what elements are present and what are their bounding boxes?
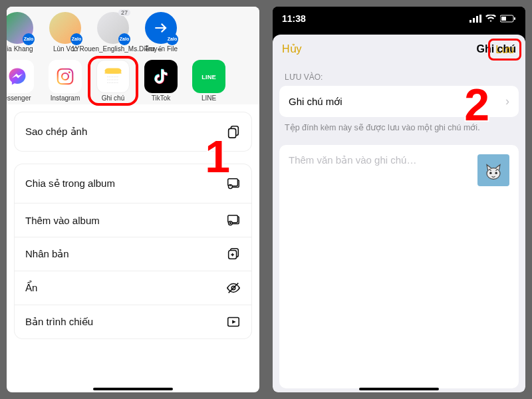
action-duplicate[interactable]: Nhân bản <box>15 237 251 271</box>
svg-rect-30 <box>514 17 515 20</box>
svg-rect-29 <box>501 17 506 21</box>
share-app-notes[interactable]: Ghi chú <box>92 60 134 102</box>
modal-sheet-area: Hủy Ghi chú Lưu LƯU VÀO: Ghi chú mới › T… <box>273 31 525 392</box>
destination-folder-row[interactable]: Ghi chú mới › <box>279 86 519 117</box>
avatar: Zalo <box>7 12 33 44</box>
wifi-icon <box>485 15 496 23</box>
duplicate-icon <box>226 247 241 261</box>
slideshow-icon <box>226 315 241 329</box>
status-bar: 11:38 <box>273 7 525 31</box>
avatar: 27 Zalo <box>97 12 129 44</box>
contact-label: Truyền File <box>144 45 178 53</box>
share-app-line[interactable]: LINE LINE <box>188 60 230 102</box>
action-slideshow[interactable]: Bản trình chiếu <box>15 305 251 338</box>
share-contacts-row: Zalo Gia Khang Zalo Lùn Vcc 27 Zalo 1YRo… <box>7 7 259 56</box>
sheet-header: Hủy Ghi chú Lưu <box>273 35 525 63</box>
action-share-album[interactable]: Chia sẻ trong album <box>15 164 251 203</box>
notes-compose-sheet: Hủy Ghi chú Lưu LƯU VÀO: Ghi chú mới › T… <box>273 35 525 392</box>
share-actions-list: Chia sẻ trong album Thêm vào album Nhân … <box>15 164 251 338</box>
share-app-messenger[interactable]: essenger <box>7 60 39 102</box>
svg-text:LINE: LINE <box>201 73 215 80</box>
app-label: TikTok <box>152 94 171 102</box>
share-actions-list: Sao chép ảnh <box>15 112 251 151</box>
avatar: Zalo <box>145 12 177 44</box>
arrow-right-icon <box>152 19 170 37</box>
svg-rect-5 <box>105 72 122 73</box>
home-indicator[interactable] <box>359 388 439 390</box>
cat-image-icon <box>480 157 507 184</box>
contact-label: Gia Khang <box>7 45 33 53</box>
svg-rect-26 <box>476 16 478 23</box>
svg-point-34 <box>495 172 497 174</box>
status-time: 11:38 <box>282 13 306 24</box>
share-app-tiktok[interactable]: TikTok <box>140 60 182 102</box>
action-label: Thêm vào album <box>25 215 100 226</box>
line-icon: LINE <box>192 60 225 93</box>
action-label: Sao chép ảnh <box>25 126 87 138</box>
attachment-thumbnail[interactable] <box>477 154 509 186</box>
action-add-album[interactable]: Thêm vào album <box>15 203 251 237</box>
notes-save-screen: 11:38 Hủy Ghi chú Lưu LƯU VÀO: Ghi chú m… <box>273 7 525 392</box>
zalo-badge-icon: Zalo <box>70 33 82 45</box>
svg-point-33 <box>489 172 491 174</box>
app-label: LINE <box>201 94 216 102</box>
action-label: Nhân bản <box>25 248 69 260</box>
action-copy-photo[interactable]: Sao chép ảnh <box>15 112 251 151</box>
svg-rect-0 <box>58 68 73 84</box>
group-count-badge: 27 <box>118 9 130 16</box>
share-contact[interactable]: 27 Zalo 1YRouen_English_Ms.Diễm <box>92 12 134 53</box>
app-label: Instagram <box>51 94 80 102</box>
note-text-input[interactable]: Thêm văn bản vào ghi chú… <box>289 154 471 166</box>
action-label: Ẩn <box>25 282 37 294</box>
messenger-icon <box>7 60 34 93</box>
zalo-badge-icon: Zalo <box>166 33 178 45</box>
share-sheet-screen: Zalo Gia Khang Zalo Lùn Vcc 27 Zalo 1YRo… <box>7 7 259 392</box>
app-label: essenger <box>7 94 31 102</box>
battery-icon <box>500 15 516 23</box>
avatar: Zalo <box>49 12 81 44</box>
svg-rect-11 <box>229 128 236 138</box>
svg-rect-24 <box>469 20 471 23</box>
notes-icon <box>96 60 130 93</box>
zalo-badge-icon: Zalo <box>118 33 130 45</box>
svg-point-15 <box>229 185 231 186</box>
svg-point-2 <box>68 71 70 73</box>
signal-icon <box>469 15 481 23</box>
share-contact[interactable]: Zalo Gia Khang <box>7 12 39 53</box>
cancel-button[interactable]: Hủy <box>282 43 302 55</box>
share-app-instagram[interactable]: Instagram <box>44 60 86 102</box>
chevron-right-icon: › <box>505 94 509 108</box>
action-label: Bản trình chiếu <box>25 316 93 328</box>
instagram-icon <box>49 60 82 93</box>
shared-album-icon <box>226 176 241 191</box>
copy-icon <box>226 124 241 139</box>
home-indicator[interactable] <box>93 388 173 390</box>
tiktok-icon <box>144 60 178 93</box>
share-contact[interactable]: Zalo Truyền File <box>140 12 182 53</box>
action-hide[interactable]: Ẩn <box>15 271 251 305</box>
share-apps-row: essenger Instagram Ghi chú TikTok LINE <box>7 56 259 105</box>
note-body-card[interactable]: Thêm văn bản vào ghi chú… <box>279 145 519 389</box>
add-album-icon <box>226 213 241 227</box>
helper-text: Tệp đính kèm này sẽ được lưu vào một ghi… <box>273 117 525 141</box>
action-label: Chia sẻ trong album <box>25 178 115 190</box>
svg-rect-25 <box>473 18 475 23</box>
eye-off-icon <box>226 281 241 295</box>
zalo-badge-icon: Zalo <box>23 33 35 45</box>
folder-name: Ghi chú mới <box>289 96 342 108</box>
save-button[interactable]: Lưu <box>488 39 521 61</box>
svg-point-1 <box>62 73 68 80</box>
svg-rect-27 <box>479 15 481 23</box>
save-to-label: LƯU VÀO: <box>273 63 525 86</box>
